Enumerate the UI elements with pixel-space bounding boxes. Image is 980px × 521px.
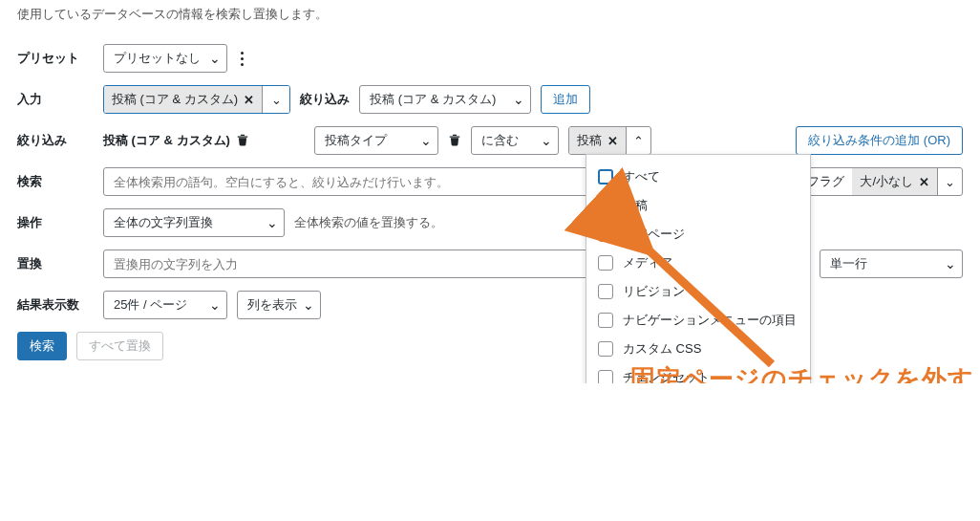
dropdown-item[interactable]: リビジョン: [586, 277, 810, 306]
ellipsis-vertical-icon[interactable]: [237, 52, 247, 66]
chevron-down-icon[interactable]: ⌄: [263, 86, 289, 113]
flag-chip-text: 大/小なし: [860, 173, 913, 190]
operation-label: 操作: [17, 214, 103, 231]
operation-row: 操作 全体の文字列置換 ⌄ 全体検索の値を置換する。: [17, 208, 963, 237]
input-tag-text: 投稿 (コア & カスタム): [112, 91, 238, 108]
operation-hint-text: 全体検索の値を置換する。: [294, 214, 443, 231]
flag-chip: 大/小なし ✕: [852, 168, 937, 195]
filter-op-value: に含む: [481, 132, 519, 149]
close-icon[interactable]: ✕: [244, 93, 254, 107]
filter-type-value: 投稿タイプ: [325, 132, 387, 149]
replace-row: 置換 単一行 ⌄: [17, 250, 963, 278]
input-label: 入力: [17, 91, 103, 108]
dropdown-item-label: すべて: [623, 168, 660, 185]
columns-select[interactable]: 列を表示 ⌄: [237, 291, 321, 319]
dropdown-item-label: 投稿: [623, 197, 648, 214]
chevron-down-icon[interactable]: ⌄: [937, 168, 962, 195]
search-label: 検索: [17, 173, 103, 190]
result-count-label: 結果表示数: [17, 296, 103, 314]
filter-group-title-text: 投稿 (コア & カスタム): [103, 132, 230, 149]
input-tag: 投稿 (コア & カスタム) ✕: [104, 86, 263, 113]
chevron-down-icon: ⌄: [266, 216, 278, 229]
preset-row: プリセット プリセットなし ⌄: [17, 44, 963, 73]
filter-op-select[interactable]: に含む ⌄: [471, 126, 559, 155]
replace-label: 置換: [17, 255, 103, 272]
filter-value-tag: 投稿 ✕: [569, 127, 626, 154]
chevron-down-icon: ⌄: [209, 52, 221, 65]
perpage-select[interactable]: 25件 / ページ ⌄: [103, 291, 227, 319]
preset-select-value: プリセットなし: [114, 50, 201, 67]
chevron-down-icon: ⌄: [541, 134, 552, 147]
close-icon[interactable]: ✕: [919, 175, 929, 189]
checkbox-icon[interactable]: [598, 341, 613, 357]
filter-value-text: 投稿: [577, 132, 602, 149]
preset-select[interactable]: プリセットなし ⌄: [103, 44, 227, 73]
dropdown-item[interactable]: カスタム CSS: [586, 335, 810, 363]
filter-inline-label: 絞り込み: [300, 91, 350, 108]
filter-value-chip[interactable]: 投稿 ✕ ⌃: [568, 126, 651, 155]
checkbox-icon[interactable]: [598, 370, 613, 383]
checkbox-icon[interactable]: [598, 284, 613, 299]
dropdown-item-label: 固定ページ: [623, 226, 685, 243]
checkbox-icon[interactable]: [598, 169, 613, 185]
dropdown-item-label: メディア: [623, 254, 672, 271]
dropdown-item[interactable]: ナビゲーションメニューの項目: [586, 306, 810, 335]
add-or-condition-button[interactable]: 絞り込み条件の追加 (OR): [796, 126, 963, 155]
filter-group-title: 投稿 (コア & カスタム): [103, 132, 249, 149]
operation-select-value: 全体の文字列置換: [114, 214, 213, 231]
filter-type-select[interactable]: 投稿タイプ ⌄: [314, 126, 438, 155]
add-button[interactable]: 追加: [541, 85, 590, 114]
result-count-row: 結果表示数 25件 / ページ ⌄ 列を表示 ⌄: [17, 291, 963, 319]
dropdown-item[interactable]: メディア: [586, 249, 810, 277]
replace-all-button[interactable]: すべて置換: [76, 332, 163, 360]
chevron-down-icon: ⌄: [945, 257, 956, 271]
checkbox-icon[interactable]: [598, 255, 613, 271]
filter-config-row: 絞り込み 投稿 (コア & カスタム) 投稿タイプ ⌄ に含む ⌄ 投稿 ✕ ⌃…: [17, 126, 963, 155]
page-description: 使用しているデータベースの情報を検索し置換します。: [17, 6, 963, 23]
dropdown-item-label: リビジョン: [623, 283, 685, 300]
search-button[interactable]: 検索: [17, 332, 67, 360]
checkbox-icon[interactable]: [598, 313, 613, 328]
perpage-value: 25件 / ページ: [114, 296, 187, 314]
filter-source-value: 投稿 (コア & カスタム): [370, 91, 496, 108]
chevron-down-icon: ⌄: [303, 298, 314, 312]
filter-label: 絞り込み: [17, 132, 103, 149]
chevron-down-icon: ⌄: [209, 298, 221, 312]
annotation-text: 固定ページのチェックを外す: [630, 362, 974, 383]
replace-mode-select[interactable]: 単一行 ⌄: [820, 250, 963, 278]
operation-select[interactable]: 全体の文字列置換 ⌄: [103, 208, 285, 237]
checkbox-icon[interactable]: [598, 198, 613, 213]
input-row: 入力 投稿 (コア & カスタム) ✕ ⌄ 絞り込み 投稿 (コア & カスタム…: [17, 85, 963, 114]
replace-mode-value: 単一行: [830, 255, 867, 272]
chevron-down-icon: ⌄: [513, 93, 524, 106]
trash-icon[interactable]: [236, 133, 249, 149]
close-icon[interactable]: ✕: [607, 134, 618, 148]
flag-select[interactable]: フラグ 大/小なし ✕ ⌄: [799, 167, 963, 196]
dropdown-item-label: ナビゲーションメニューの項目: [623, 312, 797, 329]
action-buttons: 検索 すべて置換: [17, 332, 963, 360]
trash-icon[interactable]: [448, 133, 461, 149]
dropdown-item[interactable]: 投稿: [586, 191, 810, 220]
dropdown-item[interactable]: 固定ページ: [586, 220, 810, 249]
chevron-down-icon: ⌄: [420, 134, 432, 147]
chevron-up-icon[interactable]: ⌃: [626, 127, 650, 154]
post-type-dropdown: すべて投稿固定ページメディアリビジョンナビゲーションメニューの項目カスタム CS…: [586, 154, 811, 383]
columns-value: 列を表示: [247, 296, 297, 314]
search-row: 検索 フラグ 大/小なし ✕ ⌄ すべて投稿固定ページメディアリビジョンナビゲー…: [17, 167, 963, 196]
dropdown-item-label: カスタム CSS: [623, 340, 701, 358]
checkbox-icon[interactable]: [598, 227, 613, 242]
dropdown-item[interactable]: すべて: [586, 163, 810, 191]
filter-source-select[interactable]: 投稿 (コア & カスタム) ⌄: [359, 85, 531, 114]
input-multiselect[interactable]: 投稿 (コア & カスタム) ✕ ⌄: [103, 85, 290, 114]
preset-label: プリセット: [17, 50, 103, 67]
